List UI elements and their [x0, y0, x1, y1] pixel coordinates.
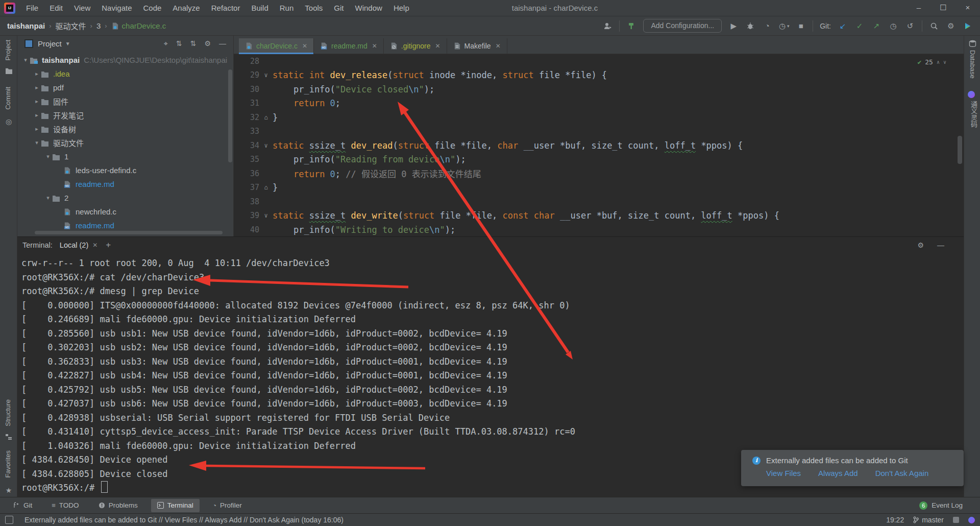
terminal-hide-icon[interactable]: —: [937, 241, 944, 249]
menu-item-view[interactable]: View: [68, 4, 96, 12]
always-add-link[interactable]: Always Add: [818, 469, 858, 477]
tool-tab-commit[interactable]: Commit: [4, 87, 12, 110]
menu-item-refactor[interactable]: Refactor: [206, 4, 246, 12]
prev-problem-icon[interactable]: ∧: [937, 59, 940, 65]
git-update-icon[interactable]: ↙: [838, 21, 848, 31]
breadcrumb-item[interactable]: taishanpai: [7, 21, 45, 30]
tree-row[interactable]: ▾taishanpaiC:\Users\QINGJUE\Desktop\git\…: [17, 53, 233, 67]
plugin-icon[interactable]: [963, 21, 973, 31]
tree-row[interactable]: leds-user-defind.c: [17, 163, 233, 177]
debug-icon[interactable]: [745, 21, 755, 31]
tool-tab-structure[interactable]: Structure: [4, 399, 12, 426]
close-icon[interactable]: ✕: [372, 42, 377, 50]
menu-item-code[interactable]: Code: [137, 4, 167, 12]
git-push-icon[interactable]: ↗: [871, 21, 881, 31]
panel-settings-gear-icon[interactable]: ⚙: [204, 39, 211, 48]
menu-item-analyze[interactable]: Analyze: [167, 4, 205, 12]
indicator-icon[interactable]: [953, 517, 959, 523]
tool-tab-favorites[interactable]: Favorites: [4, 450, 12, 477]
tree-row[interactable]: MDreadme.md: [17, 177, 233, 191]
ai-plugin-status-icon[interactable]: [968, 517, 975, 523]
fold-close-icon[interactable]: ⌂: [259, 184, 273, 191]
run-icon[interactable]: ▶: [728, 21, 739, 31]
tool-tab-todo[interactable]: ≡TODO: [45, 499, 85, 512]
git-commit-icon[interactable]: ✓: [854, 21, 865, 31]
fold-close-icon[interactable]: ⌂: [259, 114, 273, 121]
chevron-down-icon[interactable]: ▼: [65, 41, 70, 46]
search-icon[interactable]: [929, 21, 939, 31]
add-configuration-button[interactable]: Add Configuration...: [643, 19, 722, 33]
fold-open-icon[interactable]: ∨: [259, 142, 273, 149]
tool-tab-problems[interactable]: Problems: [92, 499, 144, 512]
tree-row[interactable]: ▾2: [17, 191, 233, 205]
favorites-star-icon[interactable]: ★: [4, 486, 13, 494]
fold-open-icon[interactable]: ∨: [259, 71, 273, 79]
tree-chevron-right-icon[interactable]: ▸: [33, 84, 41, 91]
tree-row[interactable]: ▸固件: [17, 94, 233, 108]
next-problem-icon[interactable]: ∨: [943, 59, 946, 65]
new-terminal-button[interactable]: +: [106, 240, 111, 250]
minimize-button[interactable]: –: [906, 0, 931, 16]
tool-tab-tongyi-lingma[interactable]: 通义灵码: [969, 101, 978, 128]
tree-row[interactable]: ▾1: [17, 150, 233, 163]
dont-ask-again-link[interactable]: Don't Ask Again: [875, 469, 929, 477]
project-folder-icon[interactable]: [4, 67, 13, 76]
menu-item-tools[interactable]: Tools: [299, 4, 328, 12]
user-switch-icon[interactable]: [602, 21, 612, 31]
database-icon[interactable]: [968, 40, 977, 49]
menu-item-git[interactable]: Git: [328, 4, 349, 12]
git-branch-widget[interactable]: master: [913, 516, 944, 524]
menu-item-build[interactable]: Build: [246, 4, 274, 12]
editor-tab-gitignore[interactable]: .gitignore✕: [384, 38, 447, 54]
settings-gear-icon[interactable]: ⚙: [946, 21, 956, 31]
tool-tab-terminal[interactable]: Terminal: [151, 499, 200, 512]
inspections-widget[interactable]: ✔ 25 ∧ ∨: [917, 58, 946, 66]
editor-scrollbar[interactable]: [958, 136, 962, 164]
maximize-button[interactable]: ☐: [931, 0, 955, 16]
tree-chevron-down-icon[interactable]: ▾: [33, 139, 41, 146]
code-editor[interactable]: 2829∨static int dev_release(struct inode…: [234, 54, 964, 236]
tree-chevron-down-icon[interactable]: ▾: [44, 195, 52, 201]
tree-chevron-right-icon[interactable]: ▸: [33, 70, 41, 77]
tree-row[interactable]: newchrled.c: [17, 205, 233, 219]
close-icon[interactable]: ✕: [496, 42, 501, 50]
structure-icon[interactable]: [4, 433, 13, 441]
breadcrumb-item[interactable]: charDevice.c: [122, 21, 166, 30]
tree-row[interactable]: ▸pdf: [17, 81, 233, 94]
commit-icon[interactable]: ◎: [4, 117, 13, 126]
menu-item-navigate[interactable]: Navigate: [96, 4, 137, 12]
tree-row[interactable]: ▸设备树: [17, 122, 233, 136]
tool-tab-database[interactable]: Database: [969, 50, 976, 79]
hide-panel-icon[interactable]: —: [219, 39, 226, 48]
close-icon[interactable]: ✕: [92, 242, 97, 249]
tree-chevron-down-icon[interactable]: ▾: [21, 57, 30, 63]
close-icon[interactable]: ✕: [435, 42, 440, 50]
tool-tab-git[interactable]: Git: [7, 499, 38, 512]
profiler-icon[interactable]: ◔: [762, 21, 772, 31]
tree-chevron-right-icon[interactable]: ▸: [33, 112, 41, 118]
tree-chevron-down-icon[interactable]: ▾: [44, 153, 52, 160]
breadcrumb-item[interactable]: 3: [96, 21, 101, 30]
editor-tab-chardevice.c[interactable]: charDevice.c✕: [239, 38, 314, 54]
close-button[interactable]: ×: [955, 0, 980, 16]
terminal-settings-gear-icon[interactable]: ⚙: [917, 241, 924, 249]
terminal-tab-local[interactable]: Local (2) ✕: [60, 241, 97, 249]
tree-chevron-right-icon[interactable]: ▸: [33, 126, 41, 132]
project-panel-title[interactable]: Project: [38, 39, 62, 48]
tool-tab-profiler[interactable]: ◔Profiler: [207, 499, 248, 512]
build-hammer-icon[interactable]: [626, 21, 636, 31]
breadcrumb-item[interactable]: 驱动文件: [56, 20, 86, 31]
git-history-icon[interactable]: ◷: [888, 21, 898, 31]
ai-assistant-icon[interactable]: [968, 91, 977, 98]
stop-icon[interactable]: ■: [796, 21, 806, 31]
git-rollback-icon[interactable]: ↺: [905, 21, 915, 31]
tree-row[interactable]: ▸.idea: [17, 67, 233, 81]
menu-item-edit[interactable]: Edit: [44, 4, 68, 12]
view-files-link[interactable]: View Files: [766, 469, 801, 477]
tree-row[interactable]: ▸开发笔记: [17, 108, 233, 122]
tree-chevron-right-icon[interactable]: ▸: [33, 98, 41, 105]
close-icon[interactable]: ✕: [302, 42, 307, 50]
collapse-all-icon[interactable]: ⇅: [190, 39, 197, 48]
menu-item-window[interactable]: Window: [350, 4, 388, 12]
expand-all-icon[interactable]: ⇅: [176, 39, 182, 48]
